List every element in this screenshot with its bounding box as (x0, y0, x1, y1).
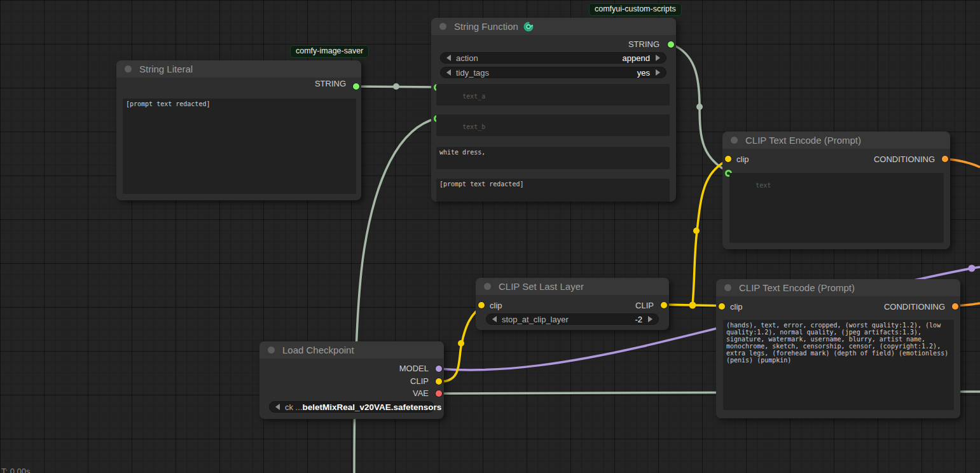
collapse-dot-icon[interactable] (268, 346, 275, 353)
node-title: CLIP Set Last Layer (499, 281, 584, 292)
output-dot-model[interactable] (436, 366, 442, 372)
node-header[interactable]: String Literal (116, 60, 361, 78)
widget-name: action (456, 53, 623, 63)
input-label-clip: clip (736, 154, 749, 164)
node-clip-text-encode-bottom[interactable]: CLIP Text Encode (Prompt) clip CONDITION… (716, 279, 960, 418)
widget-ckpt-name[interactable]: ck ... beletMixReal_v20VAE.safetensors (269, 401, 434, 413)
widget-action[interactable]: action append (440, 52, 666, 64)
node-header[interactable]: CLIP Text Encode (Prompt) (722, 132, 950, 149)
link-dot[interactable] (393, 83, 399, 90)
output-dot-vae[interactable] (436, 390, 442, 397)
string-textarea[interactable]: [prompt text redacted] (123, 99, 356, 194)
output-dot-string[interactable] (353, 83, 359, 90)
collapse-dot-icon[interactable] (484, 283, 491, 290)
widget-stop-at-clip-layer[interactable]: stop_at_clip_layer -2 (486, 313, 659, 325)
node-clip-set-last-layer[interactable]: CLIP Set Last Layer clip CLIP stop_at_cl… (476, 278, 669, 330)
node-header[interactable]: CLIP Set Last Layer (476, 278, 669, 295)
widget-value: append (623, 53, 650, 63)
wire-conditioning-top-to-offscreen (946, 159, 980, 167)
output-label-vae: VAE (413, 388, 429, 398)
node-string-literal[interactable]: String Literal STRING [prompt text redac… (116, 60, 361, 200)
output-label-string: STRING (315, 79, 346, 88)
node-clip-text-encode-top[interactable]: CLIP Text Encode (Prompt) clip CONDITION… (722, 132, 950, 249)
wire-string-literal-to-text-a (355, 86, 438, 87)
widget-left-arrow-icon[interactable] (275, 404, 280, 410)
text-c-textarea[interactable]: white dress, (436, 147, 670, 169)
text-a-textarea[interactable]: text_a (436, 84, 670, 106)
output-label-conditioning: CONDITIONING (874, 154, 935, 164)
node-header[interactable]: String Function (431, 18, 676, 35)
input-label-clip: clip (730, 302, 743, 312)
widget-name: ck ... (285, 402, 302, 412)
wire-offscreen-to-text-b (354, 118, 438, 473)
node-badge: comfy-image-saver (290, 45, 369, 58)
widget-value: beletMixReal_v20VAE.safetensors (302, 402, 441, 412)
widget-right-arrow-icon[interactable] (656, 55, 660, 61)
node-title: CLIP Text Encode (Prompt) (739, 282, 855, 293)
link-dot[interactable] (696, 104, 703, 110)
canvas-stats-text: T: 0.00s (1, 467, 31, 473)
output-label-model: MODEL (399, 364, 429, 373)
output-label-conditioning: CONDITIONING (884, 302, 945, 312)
node-title: Load Checkpoint (282, 345, 354, 355)
node-badge: comfyui-custom-scripts (589, 3, 682, 16)
custom-scripts-swirl-icon (523, 22, 534, 32)
input-dot-clip[interactable] (478, 302, 485, 308)
output-dot-clip[interactable] (661, 302, 667, 308)
input-dot-clip[interactable] (719, 303, 725, 310)
wire-string-function-to-text (672, 45, 729, 172)
text-d-textarea[interactable]: [prompt text redacted] (436, 179, 670, 202)
textarea-placeholder: text (756, 182, 771, 189)
widget-left-arrow-icon[interactable] (492, 316, 497, 322)
node-header[interactable]: Load Checkpoint (259, 341, 444, 359)
node-header[interactable]: CLIP Text Encode (Prompt) (716, 279, 960, 296)
wire-conditioning-bottom-to-offscreen (957, 303, 980, 306)
output-dot-conditioning[interactable] (942, 156, 948, 162)
output-dot-conditioning[interactable] (952, 303, 958, 310)
collapse-dot-icon[interactable] (724, 284, 731, 291)
widget-name: tidy_tags (456, 68, 637, 78)
node-title: String Function (454, 21, 518, 32)
textarea-placeholder: text_a (462, 93, 485, 100)
link-dot[interactable] (969, 265, 976, 272)
collapse-dot-icon[interactable] (731, 137, 738, 144)
node-title: CLIP Text Encode (Prompt) (745, 135, 861, 146)
node-title: String Literal (139, 64, 193, 74)
output-label-clip: CLIP (410, 376, 429, 386)
text-textarea[interactable]: text (729, 173, 944, 243)
widget-tidy-tags[interactable]: tidy_tags yes (440, 67, 666, 78)
input-label-clip: clip (490, 301, 502, 310)
collapse-dot-icon[interactable] (125, 65, 132, 72)
output-label-string: STRING (628, 39, 659, 49)
link-dot[interactable] (693, 228, 700, 234)
widget-right-arrow-icon[interactable] (648, 316, 652, 322)
widget-value: -2 (635, 315, 642, 324)
output-dot-clip[interactable] (436, 378, 442, 385)
node-string-function[interactable]: String Function STRING action append tid… (431, 18, 676, 202)
link-dot[interactable] (458, 340, 464, 346)
input-dot-clip[interactable] (725, 156, 731, 162)
widget-right-arrow-icon[interactable] (656, 69, 660, 76)
widget-left-arrow-icon[interactable] (446, 55, 451, 61)
collapse-dot-icon[interactable] (439, 23, 446, 30)
node-graph-canvas[interactable]: comfy-image-saver comfyui-custom-scripts… (0, 0, 980, 473)
link-dot[interactable] (689, 302, 696, 309)
output-dot-string[interactable] (668, 41, 674, 48)
output-label-clip: CLIP (635, 301, 654, 310)
node-load-checkpoint[interactable]: Load Checkpoint MODEL CLIP VAE ck ... be… (259, 341, 444, 419)
negative-prompt-textarea[interactable]: (hands), text, error, cropped, (worst qu… (723, 320, 954, 410)
widget-name: stop_at_clip_layer (502, 315, 635, 324)
textarea-placeholder: text_b (462, 123, 485, 130)
text-b-textarea[interactable]: text_b (436, 114, 670, 136)
widget-value: yes (637, 68, 650, 78)
widget-left-arrow-icon[interactable] (446, 69, 451, 76)
